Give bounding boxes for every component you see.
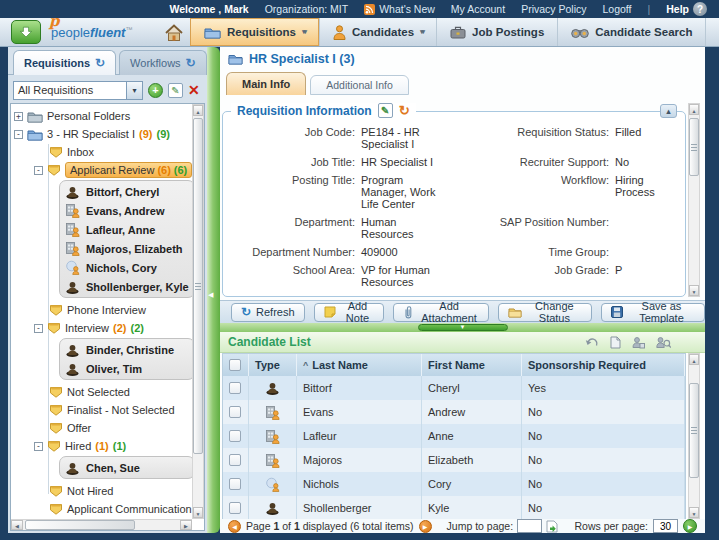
row-checkbox[interactable] xyxy=(229,406,241,418)
row-checkbox[interactable] xyxy=(229,382,241,394)
search-candidates-icon[interactable] xyxy=(656,336,671,349)
nav-tab-job-postings[interactable]: Job Postings xyxy=(436,18,557,46)
rows-per-page-input[interactable] xyxy=(653,519,678,533)
collapse-expander-icon[interactable]: - xyxy=(34,324,43,333)
whats-new-link[interactable]: What's New xyxy=(379,3,435,15)
my-account-link[interactable]: My Account xyxy=(451,3,505,15)
save-as-template-button[interactable]: Save as Template xyxy=(601,303,705,322)
row-checkbox[interactable] xyxy=(229,430,241,442)
tree-candidate[interactable]: Bittorf, Cheryl xyxy=(65,182,189,201)
tree-step[interactable]: -Applicant Review(6)(6) xyxy=(14,161,192,179)
tree-step[interactable]: Phone Interview xyxy=(14,301,192,319)
candidate-table-row[interactable]: MajorosElizabethNo xyxy=(223,448,685,472)
requisition-filter-select[interactable]: All Requisitions xyxy=(13,81,143,100)
column-header-sponsorship[interactable]: Sponsorship Required xyxy=(522,354,685,376)
select-all-checkbox[interactable] xyxy=(229,359,241,371)
tree-vertical-scrollbar[interactable] xyxy=(192,104,204,519)
candidate-table-row[interactable]: NicholsCoryNo xyxy=(223,472,685,496)
tree-candidate[interactable]: Majoros, Elizabeth xyxy=(65,239,189,258)
tree-candidate[interactable]: Oliver, Tim xyxy=(65,359,189,378)
panel-splitter[interactable] xyxy=(220,323,705,332)
next-page-icon[interactable] xyxy=(419,520,432,533)
nav-tab-candidate-search[interactable]: Candidate Search xyxy=(557,18,706,46)
collapse-sidebar-icon[interactable] xyxy=(208,287,213,299)
jump-to-page-input[interactable] xyxy=(517,519,542,533)
scroll-thumb[interactable] xyxy=(25,520,135,530)
help-link[interactable]: Help xyxy=(666,3,689,15)
brand-button[interactable] xyxy=(11,20,41,44)
nav-tab-requisitions[interactable]: Requisitions xyxy=(190,18,319,46)
tree-step[interactable]: Offer xyxy=(14,419,192,437)
tree-candidate[interactable]: Evans, Andrew xyxy=(65,201,189,220)
column-header-first-name[interactable]: First Name xyxy=(422,354,522,376)
tree-candidate[interactable]: Lafleur, Anne xyxy=(65,220,189,239)
row-checkbox[interactable] xyxy=(229,478,241,490)
column-header-type[interactable]: Type xyxy=(249,354,297,376)
info-vertical-scrollbar[interactable] xyxy=(688,103,700,297)
tree-candidate[interactable]: Nichols, Cory xyxy=(65,258,189,277)
scroll-down-button[interactable] xyxy=(193,507,203,518)
add-attachment-button[interactable]: Add Attachment xyxy=(393,303,489,322)
nav-tab-candidates[interactable]: Candidates xyxy=(319,18,436,46)
rows-go-icon[interactable] xyxy=(683,519,697,533)
export-document-icon[interactable] xyxy=(610,336,621,349)
scroll-left-button[interactable] xyxy=(11,520,23,530)
sidebar-splitter[interactable] xyxy=(207,47,220,533)
refresh-button[interactable]: ↻ Refresh xyxy=(231,303,305,322)
add-candidate-icon[interactable] xyxy=(632,336,645,349)
previous-page-icon[interactable] xyxy=(228,520,241,533)
delete-requisition-icon[interactable]: ✕ xyxy=(188,83,200,97)
candidate-table-row[interactable]: LafleurAnneNo xyxy=(223,424,685,448)
home-button[interactable] xyxy=(164,23,184,42)
expand-expander-icon[interactable]: + xyxy=(14,112,23,121)
tab-additional-info[interactable]: Additional Info xyxy=(310,75,409,95)
tree-step[interactable]: Applicant Communication xyxy=(14,500,192,518)
select-dropdown-button[interactable] xyxy=(126,82,142,99)
tree-candidate[interactable]: Shollenberger, Kyle xyxy=(65,277,189,296)
help-icon[interactable]: ? xyxy=(693,2,707,16)
column-header-last-name[interactable]: ^Last Name xyxy=(297,354,422,376)
tree-step[interactable]: -Hired(1)(1) xyxy=(14,437,192,455)
edit-section-icon[interactable]: ✎ xyxy=(378,103,393,118)
candidate-table-row[interactable]: EvansAndrewNo xyxy=(223,400,685,424)
collapse-expander-icon[interactable]: - xyxy=(14,130,23,139)
tree-folder[interactable]: +Personal Folders xyxy=(14,107,192,125)
row-checkbox[interactable] xyxy=(229,502,241,514)
scroll-right-button[interactable] xyxy=(180,520,192,530)
jump-go-icon[interactable] xyxy=(546,520,558,533)
tree-step[interactable]: Inbox xyxy=(14,143,192,161)
history-icon[interactable] xyxy=(585,336,599,349)
candidate-table-row[interactable]: ShollenbergerKyleNo xyxy=(223,496,685,520)
splitter-handle-icon[interactable] xyxy=(418,324,508,331)
tab-main-info[interactable]: Main Info xyxy=(226,72,306,95)
collapse-expander-icon[interactable]: - xyxy=(34,442,43,451)
refresh-icon[interactable]: ↻ xyxy=(95,57,105,69)
tree-step[interactable]: Finalist - Not Selected xyxy=(14,401,192,419)
scroll-thumb[interactable] xyxy=(689,383,699,478)
tree-candidate[interactable]: Binder, Christine xyxy=(65,340,189,359)
add-note-button[interactable]: Add Note xyxy=(314,303,385,322)
candidate-table-row[interactable]: BittorfCherylYes xyxy=(223,376,685,400)
refresh-icon[interactable]: ↻ xyxy=(186,57,196,69)
change-status-button[interactable]: Change Status xyxy=(498,303,592,322)
tree-horizontal-scrollbar[interactable] xyxy=(11,519,192,530)
scroll-down-button[interactable] xyxy=(689,507,699,518)
collapse-panel-icon[interactable] xyxy=(660,104,677,118)
scroll-down-button[interactable] xyxy=(689,285,699,296)
row-checkbox[interactable] xyxy=(229,454,241,466)
tree-step[interactable]: -Interview(2)(2) xyxy=(14,319,192,337)
tree-folder[interactable]: -3 - HR Specialist I(9)(9) xyxy=(14,125,192,143)
collapse-expander-icon[interactable]: - xyxy=(34,166,43,175)
tree-step[interactable]: Not Hired xyxy=(14,482,192,500)
sidebar-tab-workflows[interactable]: Workflows ↻ xyxy=(119,50,207,75)
tree-candidate[interactable]: Chen, Sue xyxy=(65,458,189,477)
add-requisition-icon[interactable]: + xyxy=(148,83,163,98)
scroll-up-button[interactable] xyxy=(689,104,699,115)
tree-step[interactable]: Not Selected xyxy=(14,383,192,401)
refresh-section-icon[interactable]: ↻ xyxy=(399,104,410,117)
sidebar-tab-requisitions[interactable]: Requisitions ↻ xyxy=(13,50,116,75)
logoff-link[interactable]: Logoff xyxy=(602,3,631,15)
edit-requisition-icon[interactable]: ✎ xyxy=(168,83,183,98)
scroll-up-button[interactable] xyxy=(193,105,203,116)
scroll-thumb[interactable] xyxy=(689,118,699,176)
